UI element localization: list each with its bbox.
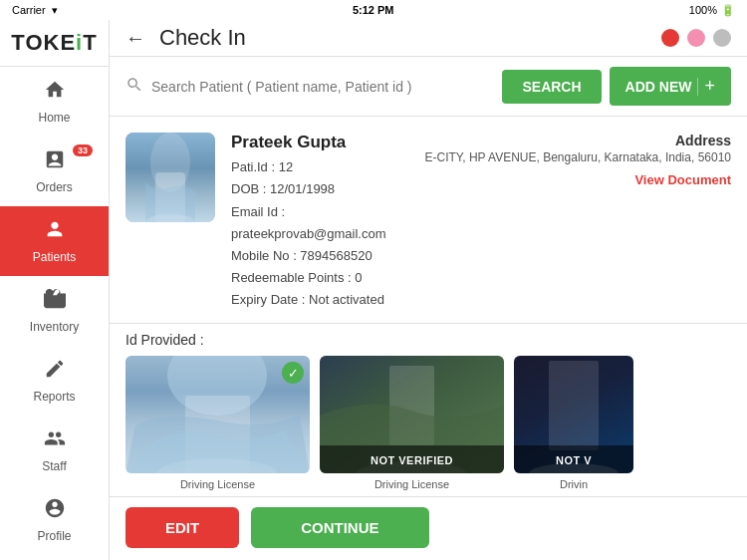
page-title: Check In — [159, 25, 651, 51]
id-image-wrap-3: NOT V — [514, 356, 633, 473]
sidebar-label-home: Home — [38, 111, 70, 125]
id-section: Id Provided : — [110, 323, 747, 496]
patient-info: Prateek Gupta Pati.Id : 12 DOB : 12/01/1… — [231, 133, 408, 311]
sidebar-item-patients[interactable]: Patients — [0, 206, 109, 276]
patient-avatar — [125, 133, 215, 222]
add-new-label: ADD NEW — [625, 79, 692, 95]
patient-address-section: Address E-CITY, HP AVENUE, Bengaluru, Ka… — [424, 133, 731, 186]
patient-dob: DOB : 12/01/1998 — [231, 178, 408, 200]
orders-icon — [44, 148, 66, 176]
app-logo: TOKEiT — [0, 20, 109, 67]
add-new-button[interactable]: ADD NEW + — [610, 67, 731, 106]
not-verified-text-2: NOT VERIFIED — [371, 454, 453, 466]
plus-icon: + — [704, 76, 715, 97]
svg-rect-12 — [549, 361, 599, 450]
id-provided-label: Id Provided : — [125, 332, 731, 348]
patient-points: Redeemable Points : 0 — [231, 267, 408, 289]
sidebar-item-home[interactable]: Home — [0, 67, 109, 137]
search-input[interactable] — [151, 79, 494, 95]
search-icon — [125, 76, 143, 98]
header-dots — [661, 29, 731, 47]
not-verified-overlay-3: NOT V — [514, 445, 633, 473]
status-bar-right: 100% 🔋 — [689, 4, 735, 17]
dot-gray — [713, 29, 731, 47]
logo-text: TOKEiT — [11, 30, 97, 56]
id-caption-1: Driving License — [180, 478, 255, 490]
header: ← Check In — [110, 20, 747, 57]
not-verified-text-3: NOT V — [556, 454, 592, 466]
back-button[interactable]: ← — [125, 27, 145, 50]
orders-badge: 33 — [73, 144, 93, 156]
dot-red — [661, 29, 679, 47]
sidebar-item-orders[interactable]: Orders 33 — [0, 137, 109, 206]
edit-button[interactable]: EDIT — [125, 507, 239, 548]
status-bar-left: Carrier ▾ — [12, 4, 58, 17]
sidebar-label-reports: Reports — [33, 390, 75, 404]
id-card-1[interactable]: ✓ Driving License — [125, 356, 310, 490]
sidebar-label-profile: Profile — [37, 529, 71, 543]
patient-card: Prateek Gupta Pati.Id : 12 DOB : 12/01/1… — [110, 117, 747, 323]
patients-icon — [44, 218, 66, 246]
home-icon — [44, 79, 66, 107]
sidebar-label-inventory: Inventory — [30, 320, 79, 334]
search-bar: SEARCH ADD NEW + — [110, 57, 747, 117]
inventory-icon — [44, 288, 66, 316]
id-caption-3: Drivin — [560, 478, 588, 490]
reports-icon — [44, 358, 66, 386]
main-content: ← Check In SEARCH ADD NEW + — [110, 20, 747, 560]
action-buttons: EDIT CONTINUE — [110, 496, 747, 560]
sidebar-label-patients: Patients — [33, 250, 76, 264]
sidebar-item-reports[interactable]: Reports — [0, 346, 109, 416]
patient-pati-id: Pati.Id : 12 — [231, 156, 408, 178]
id-card-2[interactable]: NOT VERIFIED Driving License — [320, 356, 504, 490]
battery-text: 100% — [689, 4, 717, 16]
wifi-icon: ▾ — [52, 4, 58, 17]
status-bar-time: 5:12 PM — [353, 4, 394, 16]
sidebar: TOKEiT Home Orders 33 Patients Inv — [0, 20, 110, 560]
id-image-wrap-2: NOT VERIFIED — [320, 356, 504, 473]
status-bar: Carrier ▾ 5:12 PM 100% 🔋 — [0, 0, 747, 20]
sidebar-label-orders: Orders — [36, 180, 73, 194]
sidebar-item-staff[interactable]: Staff — [0, 416, 109, 485]
not-verified-overlay-2: NOT VERIFIED — [320, 445, 504, 473]
address-title: Address — [675, 133, 731, 148]
patient-mobile: Mobile No : 7894568520 — [231, 245, 408, 267]
verified-badge-1: ✓ — [282, 362, 304, 384]
search-button[interactable]: SEARCH — [502, 70, 601, 104]
dot-pink — [687, 29, 705, 47]
id-card-3[interactable]: NOT V Drivin — [514, 356, 633, 490]
id-image-wrap-1: ✓ — [125, 356, 310, 473]
carrier-text: Carrier — [12, 4, 46, 16]
id-images-list: ✓ Driving License — [125, 356, 731, 490]
view-document-link[interactable]: View Document — [634, 172, 731, 187]
patient-name: Prateek Gupta — [231, 133, 408, 152]
sidebar-item-logout[interactable]: Logout — [0, 555, 109, 560]
battery-icon: 🔋 — [721, 4, 735, 17]
sidebar-label-staff: Staff — [42, 459, 66, 473]
patient-email: Email Id : prateekprovab@gmail.com — [231, 201, 408, 245]
address-text: E-CITY, HP AVENUE, Bengaluru, Karnataka,… — [424, 148, 731, 167]
profile-icon — [44, 497, 66, 525]
continue-button[interactable]: CONTINUE — [251, 507, 428, 548]
id-caption-2: Driving License — [374, 478, 449, 490]
patient-expiry: Expiry Date : Not activated — [231, 289, 408, 311]
sidebar-item-profile[interactable]: Profile — [0, 485, 109, 555]
staff-icon — [44, 427, 66, 455]
sidebar-item-inventory[interactable]: Inventory — [0, 276, 109, 346]
